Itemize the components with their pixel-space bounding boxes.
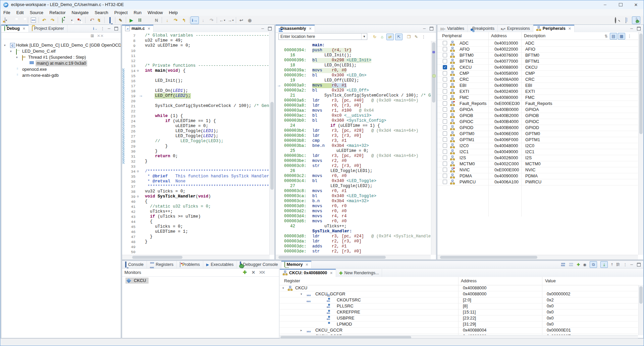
disassembly-row[interactable]: 000003de:strr2, [r3, #0]	[276, 249, 431, 254]
code-line[interactable]: 25 uLEDTime = 0;	[122, 124, 270, 129]
peripheral-row[interactable]: NVIC0xE000E000NVIC	[437, 167, 638, 173]
minimize-view-icon[interactable]: ─	[108, 26, 110, 31]
memory-vscrollbar[interactable]	[638, 285, 643, 335]
peripheral-row[interactable]: BFTM00x40076000BFTM0	[437, 52, 638, 59]
code-line[interactable]: 29 }	[122, 144, 270, 149]
right-tab-peripherals[interactable]: Peripherals✕	[533, 25, 575, 32]
new-memory-view-2-icon[interactable]: 10100101	[569, 263, 574, 267]
code-line[interactable]: 30 }	[122, 149, 270, 154]
code-line[interactable]: 19→ LED_Off(LED2);	[122, 94, 270, 99]
code-line[interactable]: 20	[122, 99, 270, 104]
disassembly-row[interactable]: 000003a8:ldrr0, [r3, #0]	[276, 103, 431, 108]
redo-icon[interactable]: ↷	[48, 16, 57, 24]
right-tab-variables[interactable]: (x)=Variables	[437, 25, 468, 32]
code-line[interactable]: 28 // LED_Toggle(LED3);	[122, 139, 270, 144]
remove-all-terminated-icon[interactable]: ✕✕	[97, 33, 104, 39]
peripheral-checkbox[interactable]	[443, 83, 447, 88]
suspend-icon[interactable]	[136, 16, 144, 24]
code-line[interactable]: 41 //static u32 uTicks = 0;	[122, 204, 270, 209]
import-memory-icon[interactable]: ⤓	[600, 261, 608, 268]
register-row[interactable]: ▸10100101CKCU_GCCR0x400880040x00000E01	[280, 327, 638, 334]
code-line[interactable]: 39⊖void SysTick_Handler(void)	[122, 194, 270, 199]
code-line[interactable]: 15	[122, 73, 270, 78]
disconnect-icon[interactable]: N	[152, 16, 161, 24]
editor-vscrollbar[interactable]	[269, 32, 274, 255]
disassembly-row[interactable]: 27LED_Toggle(LED2);	[276, 184, 431, 189]
disassembly-row[interactable]: 000003ce:b.n0x3b4 <main+32>	[276, 199, 431, 204]
peripheral-row[interactable]: FMC0x40080000FMC	[437, 95, 638, 101]
debug-icon[interactable]: ▾	[59, 16, 67, 24]
disassembly-row[interactable]: SysTick_Handler:	[276, 229, 431, 234]
peripheral-checkbox[interactable]	[443, 125, 447, 130]
peripheral-checkbox[interactable]: ✓	[443, 65, 447, 69]
disassembly-row[interactable]: 25uLEDTime = 0;	[276, 149, 431, 154]
link-with-debug-icon[interactable]: ⇄	[386, 34, 394, 40]
mark-occurrences-icon[interactable]: ✎	[116, 16, 125, 24]
expander-icon[interactable]: ▾	[10, 48, 13, 54]
peripheral-row[interactable]: BFTM10x40077000BFTM1	[437, 58, 638, 65]
peripheral-checkbox[interactable]	[443, 71, 447, 75]
code-line[interactable]: 32}	[122, 159, 270, 164]
minimize-view-icon[interactable]: ─	[423, 26, 426, 31]
code-line[interactable]: 22	[122, 109, 270, 114]
fold-marker-icon[interactable]: ⊖	[137, 169, 139, 174]
disassembly-row[interactable]: 000003c8:movsr0, #1	[276, 189, 431, 194]
peripheral-row[interactable]: CRC0x4008A000CRC	[437, 76, 638, 83]
close-tab-icon[interactable]: ✕	[148, 26, 151, 31]
disassembly-row[interactable]: 00000394:push{r4, lr}	[276, 48, 431, 53]
code-line[interactable]: 12	[122, 58, 270, 63]
code-line[interactable]: 43 if (uTicks >= uTime)	[122, 214, 270, 219]
peripheral-checkbox[interactable]	[443, 168, 447, 172]
register-row[interactable]: PLLSRC[8]0x0	[280, 303, 638, 309]
expander-icon[interactable]: ▾	[4, 42, 7, 48]
code-editor[interactable]: 7/* Global variables -------------------…	[122, 32, 270, 255]
minimize-button[interactable]: ─	[597, 0, 613, 9]
open-console-icon[interactable]	[106, 16, 114, 24]
add-monitor-icon[interactable]: ✚	[243, 270, 247, 275]
close-tab-icon[interactable]: ✕	[305, 263, 308, 267]
column-peripheral[interactable]: Peripheral	[442, 33, 462, 38]
disassembly-row[interactable]: 000003b0:bl0x360 <SysTick_Config>	[276, 118, 431, 123]
peripheral-checkbox[interactable]	[443, 41, 447, 45]
view-menu-icon[interactable]: ⋮	[623, 263, 627, 267]
save-all-icon[interactable]	[18, 16, 27, 24]
register-row[interactable]: LPMOD[31:29]0x0	[280, 321, 638, 328]
maximize-view-icon[interactable]	[637, 263, 641, 267]
remove-all-monitors-icon[interactable]: ✕✕	[259, 270, 264, 275]
search-icon[interactable]	[611, 16, 620, 24]
run-config-icon[interactable]: ▾	[76, 16, 84, 24]
peripheral-checkbox[interactable]	[443, 156, 447, 160]
menu-navigate[interactable]: Navigate	[69, 10, 92, 15]
peripheral-checkbox[interactable]	[443, 59, 447, 63]
peripheral-row[interactable]: Fault_Reports0xE000ED30Fault_Reports	[437, 101, 638, 107]
code-line[interactable]: 35 * @brief This function handles SysTic…	[122, 174, 270, 179]
code-line[interactable]: 11	[122, 53, 270, 58]
maximize-view-icon[interactable]	[114, 27, 118, 31]
peripheral-row[interactable]: GPIOB0x400B2000GPIOB	[437, 113, 638, 119]
disassembly-row[interactable]: 18LED_On(LED1);	[276, 63, 431, 68]
menu-file[interactable]: File	[0, 10, 13, 15]
resume-icon[interactable]: ▶	[127, 16, 136, 24]
debug-tree-item[interactable]: ▾Thread #1 (Suspended : Step)	[1, 54, 121, 60]
peripheral-row[interactable]: AFIO0x40022000AFIO	[437, 46, 638, 53]
pin-memory-icon[interactable]: ◉	[583, 263, 587, 267]
peripheral-checkbox[interactable]	[443, 77, 447, 81]
disassembly-row[interactable]: 000003d8:ldrr3, [pc, #24] @ (0x3f4 <SysT…	[276, 234, 431, 239]
terminate-icon[interactable]	[144, 16, 152, 24]
peripheral-checkbox[interactable]	[443, 143, 447, 148]
maximize-view-icon[interactable]	[430, 27, 433, 31]
export-memory-icon[interactable]: ⤒	[611, 263, 613, 267]
memory-tab-new-renderings-[interactable]: ✚New Renderings...	[336, 269, 382, 277]
fold-marker-icon[interactable]: ⊖	[137, 68, 139, 73]
view-as-icon[interactable]: i→	[93, 27, 97, 31]
peripheral-row[interactable]: I2C10x40049000I2C1	[437, 149, 638, 155]
maximize-view-icon[interactable]	[268, 27, 272, 31]
expander-icon[interactable]: ▾	[16, 54, 19, 60]
peripheral-checkbox[interactable]	[443, 53, 447, 57]
peripheral-checkbox[interactable]	[443, 180, 447, 184]
peripheral-row[interactable]: PWRCU0x4006A100PWRCU	[437, 179, 638, 185]
debug-tree-item[interactable]: ▾CHoltek [LED_Demo_C] LED_Demo_C [GDB Op…	[1, 42, 121, 48]
peripheral-checkbox[interactable]	[443, 119, 447, 124]
use-step-filters-icon[interactable]: ↷	[207, 16, 216, 24]
monitor-item[interactable]: CKCU	[122, 278, 279, 284]
